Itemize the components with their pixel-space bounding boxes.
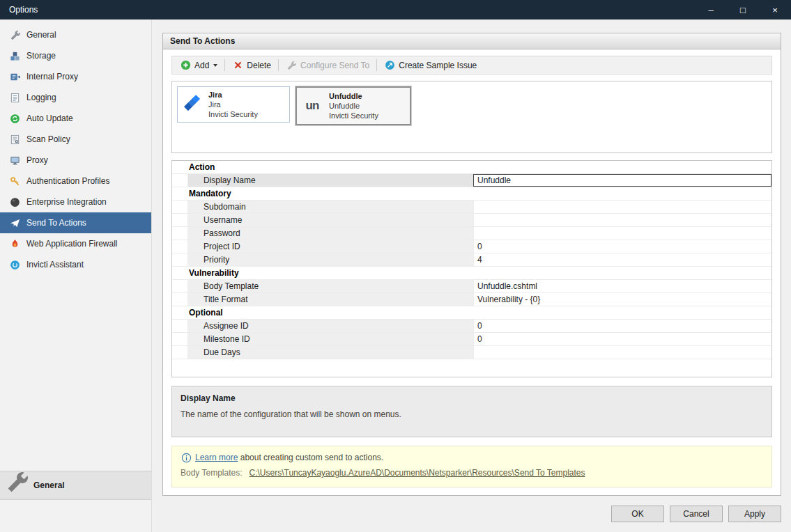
category-mandatory[interactable]: Mandatory bbox=[172, 187, 771, 201]
property-value-text: Vulnerability - {0} bbox=[477, 295, 540, 304]
add-button[interactable]: Add bbox=[175, 58, 222, 73]
property-row-milestone-id[interactable]: Milestone ID 0 bbox=[172, 333, 771, 346]
sidebar-item-label: Authentication Profiles bbox=[26, 176, 109, 186]
property-row-priority[interactable]: Priority 4 bbox=[172, 253, 771, 267]
sidebar-item-proxy[interactable]: Proxy bbox=[0, 150, 151, 171]
property-label-text: Body Template bbox=[203, 281, 259, 291]
body-templates-path-link[interactable]: C:\Users\TuncayKayaoglu.AzureAD\Document… bbox=[249, 468, 585, 478]
sidebar-item-general[interactable]: General bbox=[0, 24, 151, 45]
row-gutter bbox=[172, 174, 187, 187]
maximize-button[interactable]: □ bbox=[727, 0, 759, 19]
panel-body: Add Delete Configure Send To bbox=[163, 49, 781, 495]
jira-logo-icon bbox=[183, 94, 202, 115]
body-template-value[interactable]: Unfuddle.cshtml bbox=[473, 280, 771, 292]
sidebar-item-logging[interactable]: Logging bbox=[0, 87, 151, 108]
property-row-subdomain[interactable]: Subdomain bbox=[172, 201, 771, 214]
card-jira[interactable]: Jira Jira Invicti Security bbox=[177, 86, 290, 123]
sidebar: General Storage Internal Proxy Logging A… bbox=[0, 19, 152, 532]
main-content: Send To Actions Add Delete bbox=[152, 19, 791, 532]
sidebar-item-label: General bbox=[26, 30, 56, 40]
dialog-buttons: OK Cancel Apply bbox=[162, 496, 781, 532]
display-name-value-editor[interactable]: Unfuddle bbox=[473, 174, 771, 187]
property-row-display-name[interactable]: Display Name Unfuddle bbox=[172, 174, 771, 187]
assignee-id-value[interactable]: 0 bbox=[473, 320, 771, 332]
row-gutter bbox=[172, 253, 187, 266]
send-to-actions-panel: Send To Actions Add Delete bbox=[162, 33, 781, 496]
auto-update-icon bbox=[9, 113, 20, 124]
send-icon bbox=[9, 217, 20, 228]
property-label: Title Format bbox=[187, 293, 473, 306]
sidebar-item-invicti-assistant[interactable]: Invicti Assistant bbox=[0, 254, 151, 275]
card-subtitle: Unfuddle bbox=[329, 101, 378, 111]
sidebar-item-label: Enterprise Integration bbox=[26, 197, 107, 207]
sidebar-item-label: Send To Actions bbox=[26, 218, 86, 228]
sidebar-item-internal-proxy[interactable]: Internal Proxy bbox=[0, 66, 151, 87]
milestone-id-value[interactable]: 0 bbox=[473, 333, 771, 345]
minimize-button[interactable]: – bbox=[695, 0, 727, 19]
due-days-value[interactable] bbox=[473, 346, 771, 359]
category-optional[interactable]: Optional bbox=[172, 306, 771, 320]
storage-icon bbox=[9, 50, 20, 61]
category-label: Vulnerability bbox=[189, 268, 239, 278]
sidebar-item-web-application-firewall[interactable]: Web Application Firewall bbox=[0, 233, 151, 254]
description-text: The name of the configuration that will … bbox=[181, 409, 763, 419]
sidebar-item-authentication-profiles[interactable]: Authentication Profiles bbox=[0, 171, 151, 191]
sidebar-item-storage[interactable]: Storage bbox=[0, 45, 151, 66]
category-action[interactable]: Action bbox=[172, 161, 771, 174]
password-value[interactable] bbox=[473, 227, 771, 240]
property-row-assignee-id[interactable]: Assignee ID 0 bbox=[172, 320, 771, 333]
category-label: Optional bbox=[189, 308, 223, 318]
delete-icon bbox=[232, 60, 243, 71]
create-sample-issue-icon bbox=[384, 60, 395, 71]
sidebar-item-label: Logging bbox=[26, 93, 56, 102]
learn-more-link[interactable]: Learn more bbox=[195, 453, 238, 462]
project-id-value[interactable]: 0 bbox=[473, 240, 771, 253]
sidebar-item-label: Internal Proxy bbox=[26, 72, 78, 81]
flame-icon bbox=[9, 238, 20, 249]
sidebar-item-scan-policy[interactable]: Scan Policy bbox=[0, 129, 151, 150]
sidebar-item-enterprise-integration[interactable]: Enterprise Integration bbox=[0, 191, 151, 212]
delete-button-label: Delete bbox=[247, 61, 271, 70]
property-label-text: Due Days bbox=[203, 347, 240, 357]
property-row-due-days[interactable]: Due Days bbox=[172, 346, 771, 359]
row-gutter bbox=[172, 227, 187, 240]
sidebar-item-auto-update[interactable]: Auto Update bbox=[0, 108, 151, 129]
property-label: Milestone ID bbox=[187, 333, 473, 345]
apply-button[interactable]: Apply bbox=[728, 506, 781, 522]
create-sample-issue-button[interactable]: Create Sample Issue bbox=[379, 58, 482, 73]
property-row-username[interactable]: Username bbox=[172, 214, 771, 227]
property-label: Password bbox=[187, 227, 473, 240]
property-row-title-format[interactable]: Title Format Vulnerability - {0} bbox=[172, 293, 771, 306]
subdomain-value[interactable] bbox=[473, 201, 771, 213]
priority-value[interactable]: 4 bbox=[473, 253, 771, 266]
username-value[interactable] bbox=[473, 214, 771, 226]
ok-button[interactable]: OK bbox=[611, 506, 664, 522]
delete-button[interactable]: Delete bbox=[227, 58, 276, 73]
row-gutter bbox=[172, 201, 187, 213]
card-title: Jira bbox=[208, 90, 258, 100]
window-controls: – □ × bbox=[695, 0, 791, 19]
unfuddle-logo-icon: un bbox=[302, 95, 323, 116]
sidebar-item-label: Scan Policy bbox=[26, 134, 70, 144]
window-body: General Storage Internal Proxy Logging A… bbox=[0, 19, 791, 532]
property-row-password[interactable]: Password bbox=[172, 227, 771, 240]
cancel-button[interactable]: Cancel bbox=[670, 506, 723, 522]
property-row-body-template[interactable]: Body Template Unfuddle.cshtml bbox=[172, 280, 771, 293]
proxy-icon bbox=[9, 155, 20, 166]
key-icon bbox=[9, 175, 20, 187]
options-window: Options – □ × General Storage Internal P… bbox=[0, 0, 791, 532]
toolbar: Add Delete Configure Send To bbox=[171, 56, 772, 75]
property-label-text: Milestone ID bbox=[203, 334, 250, 344]
property-label: Project ID bbox=[187, 240, 473, 253]
property-label-text: Subdomain bbox=[203, 202, 246, 212]
category-vulnerability[interactable]: Vulnerability bbox=[172, 267, 771, 280]
card-title: Unfuddle bbox=[329, 91, 378, 101]
property-row-project-id[interactable]: Project ID 0 bbox=[172, 240, 771, 253]
close-button[interactable]: × bbox=[759, 0, 791, 19]
body-templates-line: Body Templates: C:\Users\TuncayKayaoglu.… bbox=[181, 468, 763, 478]
create-sample-issue-label: Create Sample Issue bbox=[399, 61, 477, 70]
row-gutter bbox=[172, 320, 187, 332]
card-unfuddle[interactable]: un Unfuddle Unfuddle Invicti Security bbox=[295, 86, 411, 125]
sidebar-item-send-to-actions[interactable]: Send To Actions bbox=[0, 212, 151, 233]
title-format-value[interactable]: Vulnerability - {0} bbox=[473, 293, 771, 306]
